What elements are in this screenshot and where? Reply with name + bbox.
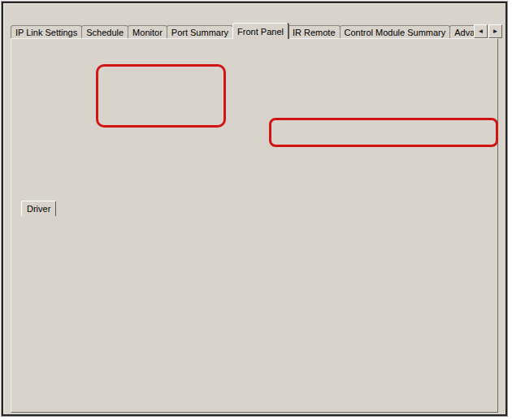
configuration-window: IP Link Settings Schedule Monitor Port S… xyxy=(2,2,507,416)
tab-scroll-left-button[interactable]: ◄ xyxy=(474,24,488,38)
front-panel-tab-page xyxy=(11,38,498,413)
tab-port-summary[interactable]: Port Summary xyxy=(167,25,233,39)
tab-ir-remote[interactable]: IR Remote xyxy=(288,25,341,39)
tab-scroll-right-button[interactable]: ► xyxy=(488,24,502,38)
tab-monitor[interactable]: Monitor xyxy=(128,25,167,39)
tab-ip-link-settings[interactable]: IP Link Settings xyxy=(11,25,82,39)
tab-advanced-configuration[interactable]: Advanced Configuration xyxy=(449,25,474,39)
app-screenshot: IP Link Settings Schedule Monitor Port S… xyxy=(0,0,512,420)
tab-front-panel[interactable]: Front Panel xyxy=(232,23,289,39)
main-tab-strip: IP Link Settings Schedule Monitor Port S… xyxy=(11,23,474,39)
tab-driver[interactable]: Driver xyxy=(21,201,56,216)
tab-schedule[interactable]: Schedule xyxy=(81,25,128,39)
tab-control-module-summary[interactable]: Control Module Summary xyxy=(340,25,451,39)
